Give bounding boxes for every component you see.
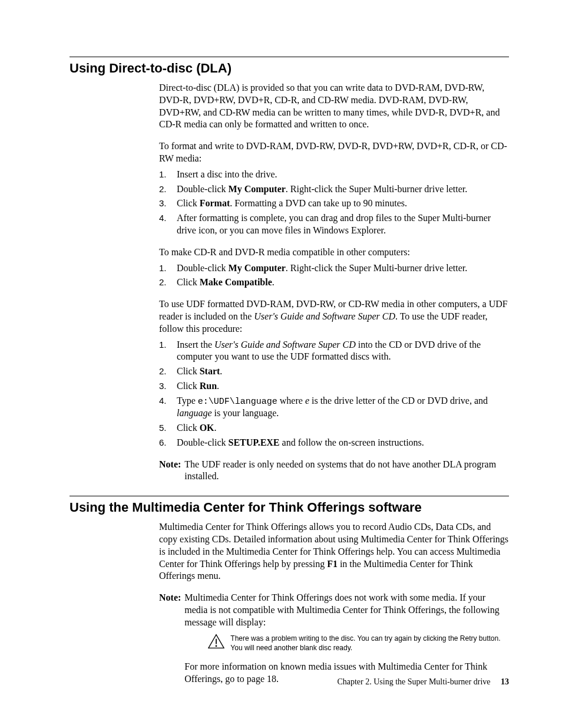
lead-in: To use UDF formatted DVD-RAM, DVD-RW, or… bbox=[159, 298, 509, 335]
step-text: Click bbox=[177, 423, 200, 433]
alert-text: There was a problem writing to the disc.… bbox=[230, 634, 509, 653]
ordered-list: Double-click My Computer. Right-click th… bbox=[159, 262, 509, 289]
step-text: . Right-click the Super Multi-burner dri… bbox=[286, 263, 467, 273]
step-text: Click bbox=[177, 366, 200, 376]
variable: e bbox=[305, 396, 309, 406]
step-text: Insert a disc into the drive. bbox=[177, 169, 277, 179]
note-label: Note: bbox=[159, 592, 181, 685]
page-footer: Chapter 2. Using the Super Multi-burner … bbox=[337, 677, 509, 687]
list-item: After formatting is complete, you can dr… bbox=[159, 212, 509, 237]
list-item: Insert the User's Guide and Software Sup… bbox=[159, 339, 509, 364]
list-item: Double-click My Computer. Right-click th… bbox=[159, 183, 509, 196]
ui-label: OK bbox=[200, 423, 214, 433]
list-item: Insert a disc into the drive. bbox=[159, 169, 509, 181]
list-item: Type e:\UDF\language where e is the driv… bbox=[159, 395, 509, 420]
note-body: Multimedia Center for Think Offerings do… bbox=[184, 592, 509, 685]
list-item: Click Make Compatible. bbox=[159, 276, 509, 289]
ui-label: Format bbox=[200, 198, 230, 208]
svg-point-2 bbox=[216, 645, 217, 647]
step-text: . bbox=[214, 423, 217, 433]
lead-in: To make CD-R and DVD-R media compatible … bbox=[159, 246, 509, 259]
section-rule bbox=[70, 57, 509, 57]
page: Using Direct-to-disc (DLA) Direct-to-dis… bbox=[0, 0, 562, 728]
step-text: . bbox=[220, 366, 222, 376]
step-text: Click bbox=[177, 381, 200, 391]
step-text: where bbox=[277, 396, 305, 406]
note-text: Multimedia Center for Think Offerings do… bbox=[184, 592, 509, 628]
list-item: Double-click My Computer. Right-click th… bbox=[159, 262, 509, 275]
heading-dla: Using Direct-to-disc (DLA) bbox=[70, 61, 509, 76]
step-text: . bbox=[272, 277, 275, 287]
step-text: and follow the on-screen instructions. bbox=[280, 437, 424, 447]
note-body: The UDF reader is only needed on systems… bbox=[184, 459, 509, 483]
step-text: Double-click bbox=[177, 437, 229, 447]
step-text: . Right-click the Super Multi-burner dri… bbox=[286, 184, 467, 194]
ordered-list: Insert the User's Guide and Software Sup… bbox=[159, 339, 509, 449]
step-text: Insert the bbox=[177, 340, 214, 350]
note-block: Note: Multimedia Center for Think Offeri… bbox=[159, 592, 509, 685]
heading-multimedia: Using the Multimedia Center for Think Of… bbox=[70, 500, 509, 515]
section-rule bbox=[70, 496, 509, 496]
list-item: Double-click SETUP.EXE and follow the on… bbox=[159, 437, 509, 449]
step-text: After formatting is complete, you can dr… bbox=[177, 213, 491, 235]
step-text: Click bbox=[177, 277, 200, 287]
step-text: Double-click bbox=[177, 263, 229, 273]
doc-title: User's Guide and Software Super CD bbox=[214, 340, 356, 350]
note-label: Note: bbox=[159, 459, 181, 483]
step-text: . Formatting a DVD can take up to 90 min… bbox=[230, 198, 407, 208]
step-text: Double-click bbox=[177, 184, 229, 194]
step-text: is the drive letter of the CD or DVD dri… bbox=[309, 396, 488, 406]
page-number: 13 bbox=[501, 677, 509, 686]
paragraph: Multimedia Center for Think Offerings al… bbox=[159, 521, 509, 582]
list-item: Click Format. Formatting a DVD can take … bbox=[159, 197, 509, 210]
ordered-list: Insert a disc into the drive. Double-cli… bbox=[159, 169, 509, 237]
section-body-multimedia: Multimedia Center for Think Offerings al… bbox=[159, 521, 509, 685]
warning-icon bbox=[208, 634, 224, 649]
ui-label: SETUP.EXE bbox=[229, 437, 280, 447]
ui-label: Start bbox=[200, 366, 220, 376]
doc-title: User's Guide and Software Super CD bbox=[254, 311, 395, 321]
list-item: Click OK. bbox=[159, 422, 509, 434]
chapter-label: Chapter 2. Using the Super Multi-burner … bbox=[337, 677, 490, 686]
ui-label: My Computer bbox=[229, 263, 286, 273]
ui-label: Make Compatible bbox=[200, 277, 272, 287]
step-text: Click bbox=[177, 198, 200, 208]
variable: language bbox=[177, 408, 212, 418]
paragraph: Direct-to-disc (DLA) is provided so that… bbox=[159, 82, 509, 131]
list-item: Click Start. bbox=[159, 365, 509, 378]
note-block: Note: The UDF reader is only needed on s… bbox=[159, 459, 509, 483]
alert-message: There was a problem writing to the disc.… bbox=[208, 634, 509, 653]
lead-in: To format and write to DVD-RAM, DVD-RW, … bbox=[159, 140, 509, 165]
list-item: Click Run. bbox=[159, 380, 509, 393]
ui-label: Run bbox=[200, 381, 217, 391]
step-text: . bbox=[217, 381, 219, 391]
step-text: Type bbox=[177, 396, 198, 406]
step-text: is your language. bbox=[212, 408, 279, 418]
code-text: e:\UDF\language bbox=[198, 397, 277, 407]
section-body-dla: Direct-to-disc (DLA) is provided so that… bbox=[159, 82, 509, 483]
key-label: F1 bbox=[327, 559, 338, 569]
ui-label: My Computer bbox=[229, 184, 286, 194]
